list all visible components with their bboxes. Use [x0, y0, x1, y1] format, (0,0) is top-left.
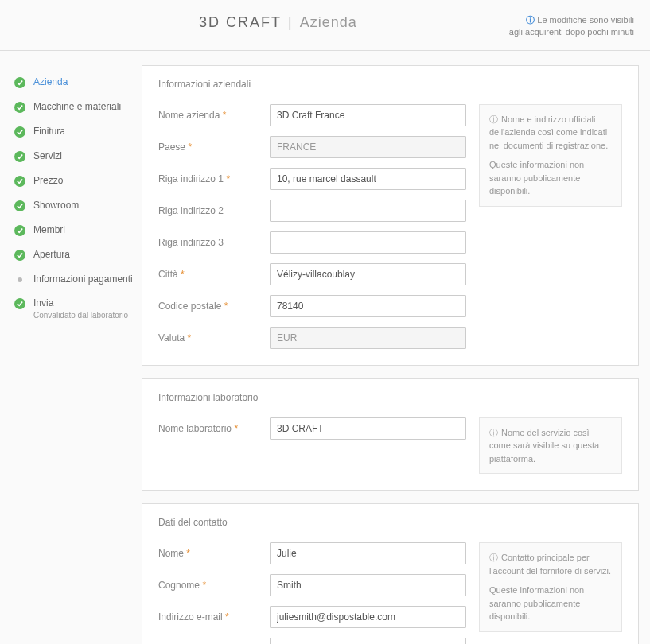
- sidebar-item-label: Membri: [33, 224, 65, 235]
- notice-line-1: Le modifiche sono visibili: [537, 15, 634, 25]
- country-input: [270, 136, 466, 158]
- last-name-input[interactable]: [270, 574, 466, 596]
- postal-input[interactable]: [270, 295, 466, 317]
- sidebar-item-6[interactable]: Membri: [11, 218, 142, 242]
- lab-panel-title: Informazioni laboratorio: [158, 392, 622, 403]
- label-addr3: Riga indirizzo 3: [158, 237, 270, 248]
- city-input[interactable]: [270, 263, 466, 285]
- sidebar-item-label: Finitura: [33, 126, 65, 137]
- lab-panel: Informazioni laboratorio Nome laboratori…: [142, 378, 639, 491]
- check-icon: [14, 77, 25, 88]
- sidebar-item-8[interactable]: Informazioni pagamenti: [11, 267, 142, 291]
- brand-separator: |: [288, 14, 294, 30]
- brand-section: Azienda: [300, 14, 357, 30]
- check-icon: [14, 250, 25, 261]
- label-addr2: Riga indirizzo 2: [158, 205, 270, 216]
- contact-panel-title: Dati del contatto: [158, 517, 622, 528]
- check-icon: [14, 176, 25, 187]
- sidebar-nav: AziendaMacchine e materialiFinituraServi…: [11, 65, 142, 644]
- phone-input[interactable]: [270, 638, 466, 644]
- label-postal: Codice postale *: [158, 301, 270, 312]
- addr2-input[interactable]: [270, 200, 466, 222]
- sidebar-item-4[interactable]: Prezzo: [11, 169, 142, 193]
- info-icon: ⓘ: [489, 114, 498, 124]
- check-icon: [14, 126, 25, 138]
- sidebar-item-sub: Convalidato dal laboratorio: [33, 311, 128, 320]
- company-help-box: ⓘNome e indirizzo ufficiali dell'azienda…: [479, 104, 622, 207]
- company-help-1: Nome e indirizzo ufficiali dell'azienda …: [489, 114, 608, 150]
- first-name-input[interactable]: [270, 542, 466, 564]
- sidebar-item-9[interactable]: InviaConvalidato dal laboratorio: [11, 291, 142, 326]
- check-icon: [14, 298, 25, 309]
- label-company-name: Nome azienda *: [158, 110, 270, 121]
- label-email: Indirizzo e-mail *: [158, 611, 270, 623]
- lab-help-1: Nome del servizio così come sarà visibil…: [489, 428, 599, 464]
- sidebar-item-0[interactable]: Azienda: [11, 70, 142, 95]
- notice-line-2: agli acquirenti dopo pochi minuti: [509, 27, 634, 37]
- label-first-name: Nome *: [158, 548, 270, 559]
- sidebar-item-label: Azienda: [33, 76, 68, 87]
- info-icon: ⓘ: [489, 553, 498, 562]
- info-icon: ⓘ: [526, 15, 535, 25]
- header-notice: ⓘ Le modifiche sono visibili agli acquir…: [509, 14, 634, 39]
- contact-help-1: Contatto principale per l'account del fo…: [489, 553, 611, 576]
- label-lab-name: Nome laboratorio *: [158, 423, 270, 434]
- sidebar-item-2[interactable]: Finitura: [11, 119, 142, 144]
- contact-panel: Dati del contatto Nome * Cognome * Indir…: [142, 503, 639, 644]
- label-currency: Valuta *: [158, 332, 270, 343]
- currency-input: [270, 327, 466, 349]
- check-icon: [14, 151, 25, 162]
- check-icon: [14, 200, 25, 211]
- sidebar-item-3[interactable]: Servizi: [11, 144, 142, 169]
- sidebar-item-1[interactable]: Macchine e materiali: [11, 95, 142, 119]
- sidebar-item-label: Apertura: [33, 249, 70, 260]
- lab-help-box: ⓘNome del servizio così come sarà visibi…: [479, 417, 622, 475]
- check-icon: [14, 102, 25, 113]
- info-icon: ⓘ: [489, 428, 498, 437]
- brand-name: 3D CRAFT: [199, 14, 282, 30]
- company-name-input[interactable]: [270, 104, 466, 126]
- sidebar-item-label: Informazioni pagamenti: [33, 274, 133, 285]
- check-icon: [14, 225, 25, 236]
- sidebar-item-label: Servizi: [33, 150, 62, 161]
- brand-title: 3D CRAFT|Azienda: [199, 14, 357, 31]
- sidebar-item-label: Invia: [33, 297, 53, 308]
- company-panel-title: Informazioni aziendali: [158, 79, 622, 90]
- contact-help-2: Queste informazioni non saranno pubblica…: [489, 584, 612, 623]
- sidebar-item-7[interactable]: Apertura: [11, 242, 142, 267]
- company-panel: Informazioni aziendali Nome azienda * Pa…: [142, 65, 639, 366]
- sidebar-item-5[interactable]: Showroom: [11, 193, 142, 218]
- label-last-name: Cognome *: [158, 580, 270, 591]
- contact-help-box: ⓘContatto principale per l'account del f…: [479, 542, 622, 632]
- company-help-2: Queste informazioni non saranno pubblica…: [489, 158, 612, 198]
- label-city: Città *: [158, 269, 270, 280]
- bullet-icon: [18, 277, 22, 282]
- sidebar-item-label: Showroom: [33, 200, 79, 211]
- sidebar-item-label: Macchine e materiali: [33, 101, 121, 112]
- page-header: 3D CRAFT|Azienda ⓘ Le modifiche sono vis…: [0, 0, 650, 51]
- email-input[interactable]: [270, 606, 466, 628]
- sidebar-item-label: Prezzo: [33, 175, 63, 186]
- lab-name-input[interactable]: [270, 417, 466, 440]
- label-addr1: Riga indirizzo 1 *: [158, 173, 270, 184]
- addr1-input[interactable]: [270, 168, 466, 190]
- addr3-input[interactable]: [270, 231, 466, 254]
- label-country: Paese *: [158, 142, 270, 153]
